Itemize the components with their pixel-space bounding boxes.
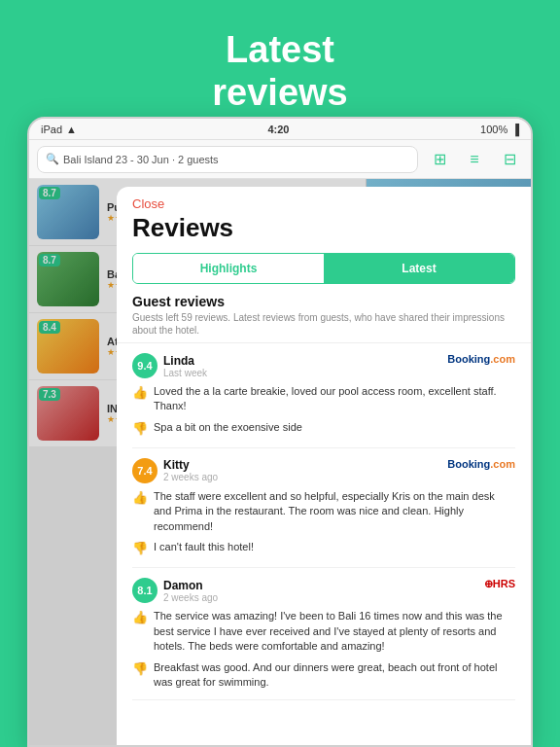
review-positive: 👍 The service was amazing! I've been to … (132, 609, 515, 654)
reviewer-score: 9.4 (132, 353, 158, 378)
reviewer-info: 8.1 Damon 2 weeks ago (132, 578, 218, 603)
device-label: iPad (41, 124, 62, 135)
source-logo: Booking.com (447, 353, 515, 365)
thumbs-down-icon: 👎 (132, 420, 148, 438)
device-frame: iPad ▲ 4:20 100% ▐ 🔍 Bali Island 23 - 30… (27, 117, 533, 747)
modal-title: Reviews (132, 213, 515, 243)
battery-label: 100% (480, 124, 508, 135)
modal-header: Close Reviews (117, 187, 531, 243)
reviewer-details: Linda Last week (163, 354, 207, 378)
guest-reviews-subtitle: Guests left 59 reviews. Latest reviews f… (132, 311, 515, 337)
reviews-modal: Close Reviews Highlights Latest Guest re… (117, 187, 531, 745)
review-negative: 👎 Breakfast was good. And our dinners we… (132, 660, 515, 691)
reviewer-time: 2 weeks ago (163, 592, 218, 603)
close-button[interactable]: Close (132, 196, 515, 211)
thumbs-down-icon: 👎 (132, 660, 148, 678)
review-header: 8.1 Damon 2 weeks ago ⊕HRS (132, 578, 515, 603)
main-content: 8.7 Pushka Inn... ★★★★☆ 8.7 Bali-Indo R.… (29, 179, 531, 745)
filter-icon[interactable]: ≡ (461, 146, 488, 173)
review-item: 7.4 Kitty 2 weeks ago Booking.com 👍 The … (132, 448, 515, 568)
status-left: iPad ▲ (41, 124, 77, 135)
reviewer-name: Damon (163, 579, 218, 592)
tab-bar: Highlights Latest (132, 253, 515, 284)
source-logo: Booking.com (447, 458, 515, 470)
reviewer-info: 7.4 Kitty 2 weeks ago (132, 458, 218, 483)
nav-bar: 🔍 Bali Island 23 - 30 Jun · 2 guests ⊞ ≡… (29, 140, 531, 179)
review-list: 9.4 Linda Last week Booking.com 👍 Loved … (117, 343, 531, 745)
thumbs-down-icon: 👎 (132, 540, 148, 557)
review-negative: 👎 Spa a bit on the exoensive side (132, 420, 515, 438)
reviewer-details: Kitty 2 weeks ago (163, 458, 218, 482)
search-icon: 🔍 (46, 153, 59, 165)
guest-reviews-title: Guest reviews (132, 294, 515, 309)
wifi-icon: ▲ (66, 124, 77, 135)
map-toggle-icon[interactable]: ⊞ (426, 146, 453, 173)
thumbs-up-icon: 👍 (132, 609, 148, 626)
reviewer-score: 7.4 (132, 458, 158, 483)
search-bar[interactable]: 🔍 Bali Island 23 - 30 Jun · 2 guests (37, 146, 418, 173)
thumbs-up-icon: 👍 (132, 489, 148, 507)
review-item: 9.4 Linda Last week Booking.com 👍 Loved … (132, 343, 515, 448)
status-bar: iPad ▲ 4:20 100% ▐ (29, 119, 531, 140)
review-positive: 👍 The staff were excellent and so helpfu… (132, 489, 515, 534)
reviewer-name: Kitty (163, 458, 218, 472)
reviewer-time: 2 weeks ago (163, 472, 218, 482)
guest-reviews-section: Guest reviews Guests left 59 reviews. La… (117, 284, 531, 343)
reviewer-details: Damon 2 weeks ago (163, 579, 218, 603)
reviewer-info: 9.4 Linda Last week (132, 353, 207, 378)
reviewer-name: Linda (163, 354, 207, 368)
sort-icon[interactable]: ⊟ (496, 146, 523, 173)
review-item: 8.1 Damon 2 weeks ago ⊕HRS 👍 The service… (132, 568, 515, 700)
status-time: 4:20 (267, 124, 289, 135)
review-negative: 👎 I can't fault this hotel! (132, 540, 515, 557)
review-header: 7.4 Kitty 2 weeks ago Booking.com (132, 458, 515, 483)
battery-icon: ▐ (511, 124, 519, 135)
hrs-logo: ⊕HRS (484, 578, 515, 590)
tab-highlights[interactable]: Highlights (133, 254, 324, 283)
status-right: 100% ▐ (480, 124, 519, 135)
page-title: Latestreviews (212, 29, 347, 114)
reviewer-score: 8.1 (132, 578, 158, 603)
reviewer-time: Last week (163, 368, 207, 378)
thumbs-up-icon: 👍 (132, 384, 148, 402)
review-positive: 👍 Loved the a la carte breakie, loved ou… (132, 384, 515, 414)
tab-latest[interactable]: Latest (324, 254, 514, 283)
review-header: 9.4 Linda Last week Booking.com (132, 353, 515, 378)
search-text: Bali Island 23 - 30 Jun · 2 guests (63, 154, 219, 165)
